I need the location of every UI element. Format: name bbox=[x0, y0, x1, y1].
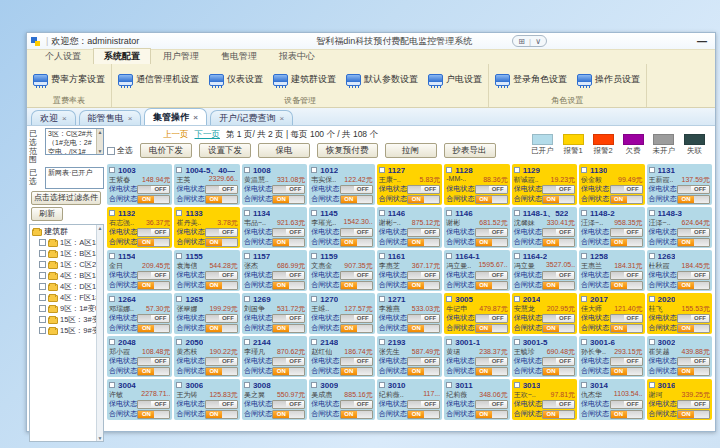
keep-power-toggle[interactable]: OFF bbox=[542, 357, 575, 366]
switch-state-toggle[interactable]: ON bbox=[542, 281, 575, 290]
minimize-button[interactable]: — bbox=[697, 36, 707, 47]
keep-power-toggle[interactable]: OFF bbox=[340, 400, 373, 409]
card-checkbox[interactable] bbox=[109, 167, 115, 173]
ribbon-button[interactable]: 户电设置 bbox=[428, 73, 482, 86]
card-checkbox[interactable] bbox=[379, 167, 385, 173]
meter-card[interactable]: 1148-1、522沈馨妹330.41元保电状态OFF合闸状态ON bbox=[512, 207, 577, 248]
meter-card[interactable]: 1146谢彬681.52元保电状态OFF合闸状态ON bbox=[444, 207, 509, 248]
meter-card[interactable]: 1008黄温慧..331.08元保电状态OFF合闸状态ON bbox=[242, 164, 307, 205]
card-checkbox[interactable] bbox=[109, 382, 115, 388]
chevron-down-icon[interactable]: ∨ bbox=[535, 37, 541, 46]
switch-state-toggle[interactable]: ON bbox=[205, 238, 238, 247]
keep-power-toggle[interactable]: OFF bbox=[542, 400, 575, 409]
close-icon[interactable]: × bbox=[193, 113, 198, 122]
meter-card[interactable]: 1270王维..127.57元保电状态OFF合闸状态ON bbox=[309, 293, 374, 334]
switch-state-toggle[interactable]: ON bbox=[340, 281, 373, 290]
meter-card[interactable]: 3005牛记申479.87元保电状态OFF合闸状态ON bbox=[444, 293, 509, 334]
meter-card[interactable]: 1146谢彬~..875.12元保电状态OFF合闸状态ON bbox=[377, 207, 442, 248]
keep-power-toggle[interactable]: OFF bbox=[137, 271, 170, 280]
switch-state-toggle[interactable]: ON bbox=[677, 410, 710, 419]
document-tab[interactable]: 开户/记费查询× bbox=[210, 110, 293, 125]
tree-item-checkbox[interactable] bbox=[39, 283, 46, 290]
meter-card[interactable]: 1128-MM-..88.36元保电状态OFF合闸状态ON bbox=[444, 164, 509, 205]
keep-power-toggle[interactable]: OFF bbox=[205, 357, 238, 366]
tree-item[interactable]: 15区：3#变电站（3#变 bbox=[32, 314, 103, 325]
card-checkbox[interactable] bbox=[514, 253, 520, 259]
action-button[interactable]: 恢复预付费 bbox=[317, 143, 378, 158]
action-button[interactable]: 电价下发 bbox=[140, 143, 192, 158]
meter-card[interactable]: 3006王为铸125.83元保电状态OFF合闸状态ON bbox=[174, 379, 239, 420]
tree-item-checkbox[interactable] bbox=[39, 261, 46, 268]
card-checkbox[interactable] bbox=[649, 382, 655, 388]
ribbon-button[interactable]: 建筑群设置 bbox=[273, 73, 336, 86]
meter-card[interactable]: 3001-6孙长争..293.15元保电状态OFF合闸状态ON bbox=[579, 336, 644, 377]
keep-power-toggle[interactable]: OFF bbox=[340, 357, 373, 366]
keep-power-toggle[interactable]: OFF bbox=[475, 314, 508, 323]
switch-state-toggle[interactable]: ON bbox=[137, 410, 170, 419]
meter-card[interactable]: 2193张先生587.49元保电状态OFF合闸状态ON bbox=[377, 336, 442, 377]
switch-state-toggle[interactable]: ON bbox=[407, 281, 440, 290]
card-checkbox[interactable] bbox=[446, 339, 452, 345]
switch-state-toggle[interactable]: ON bbox=[205, 281, 238, 290]
refresh-button[interactable]: 刷新 bbox=[31, 207, 63, 221]
switch-state-toggle[interactable]: ON bbox=[205, 410, 238, 419]
switch-state-toggle[interactable]: ON bbox=[677, 281, 710, 290]
switch-state-toggle[interactable]: ON bbox=[137, 367, 170, 376]
meter-card[interactable]: 3016谢珂339.25元保电状态OFF合闸状态ON bbox=[647, 379, 712, 420]
card-checkbox[interactable] bbox=[379, 382, 385, 388]
meter-card[interactable]: 1004-5、40—王英2329.66..保电状态OFF合闸状态ON bbox=[174, 164, 239, 205]
switch-state-toggle[interactable]: ON bbox=[205, 195, 238, 204]
keep-power-toggle[interactable]: OFF bbox=[610, 228, 643, 237]
switch-state-toggle[interactable]: ON bbox=[677, 238, 710, 247]
card-checkbox[interactable] bbox=[581, 382, 587, 388]
switch-state-toggle[interactable]: ON bbox=[610, 324, 643, 333]
document-tab[interactable]: 集管操作× bbox=[144, 108, 207, 125]
switch-state-toggle[interactable]: ON bbox=[677, 324, 710, 333]
keep-power-toggle[interactable]: OFF bbox=[542, 228, 575, 237]
keep-power-toggle[interactable]: OFF bbox=[677, 357, 710, 366]
card-checkbox[interactable] bbox=[649, 339, 655, 345]
card-checkbox[interactable] bbox=[244, 253, 250, 259]
ribbon-button[interactable]: 仪表设置 bbox=[209, 73, 263, 86]
tree-item-checkbox[interactable] bbox=[39, 305, 46, 312]
card-checkbox[interactable] bbox=[581, 253, 587, 259]
switch-state-toggle[interactable]: ON bbox=[407, 238, 440, 247]
action-button[interactable]: 保电 bbox=[258, 143, 310, 158]
keep-power-toggle[interactable]: OFF bbox=[677, 185, 710, 194]
card-checkbox[interactable] bbox=[244, 382, 250, 388]
card-checkbox[interactable] bbox=[244, 339, 250, 345]
card-checkbox[interactable] bbox=[581, 210, 587, 216]
switch-state-toggle[interactable]: ON bbox=[542, 195, 575, 204]
scroll-up-icon[interactable]: ▲ bbox=[98, 225, 103, 231]
switch-state-toggle[interactable]: ON bbox=[407, 367, 440, 376]
keep-power-toggle[interactable]: OFF bbox=[272, 400, 305, 409]
card-checkbox[interactable] bbox=[581, 296, 587, 302]
meter-card[interactable]: 1145李璀光..1542.30..保电状态OFF合闸状态ON bbox=[309, 207, 374, 248]
meter-card[interactable]: 1129靳诚霞..19.23元保电状态OFF合闸状态ON bbox=[512, 164, 577, 205]
card-checkbox[interactable] bbox=[379, 296, 385, 302]
meter-card[interactable]: 3001-1黄珺238.37元保电状态OFF合闸状态ON bbox=[444, 336, 509, 377]
switch-state-toggle[interactable]: ON bbox=[340, 195, 373, 204]
card-checkbox[interactable] bbox=[514, 339, 520, 345]
switch-state-toggle[interactable]: ON bbox=[137, 238, 170, 247]
card-checkbox[interactable] bbox=[649, 167, 655, 173]
keep-power-toggle[interactable]: OFF bbox=[205, 228, 238, 237]
meter-card[interactable]: 1133崔丹美..3.78元保电状态OFF合闸状态ON bbox=[174, 207, 239, 248]
switch-state-toggle[interactable]: ON bbox=[272, 410, 305, 419]
meter-card[interactable]: 1265张翠娜199.29元保电状态OFF合闸状态ON bbox=[174, 293, 239, 334]
card-checkbox[interactable] bbox=[311, 167, 317, 173]
keep-power-toggle[interactable]: OFF bbox=[610, 271, 643, 280]
switch-state-toggle[interactable]: ON bbox=[677, 367, 710, 376]
keep-power-toggle[interactable]: OFF bbox=[340, 314, 373, 323]
card-checkbox[interactable] bbox=[311, 210, 317, 216]
card-checkbox[interactable] bbox=[581, 167, 587, 173]
keep-power-toggle[interactable]: OFF bbox=[272, 314, 305, 323]
meter-card[interactable]: 1003王紫春148.94元保电状态OFF合闸状态ON bbox=[107, 164, 172, 205]
card-checkbox[interactable] bbox=[244, 210, 250, 216]
keep-power-toggle[interactable]: OFF bbox=[677, 314, 710, 323]
tree-item[interactable]: 4区：F区1#共 bbox=[32, 292, 103, 303]
switch-state-toggle[interactable]: ON bbox=[475, 195, 508, 204]
keep-power-toggle[interactable]: OFF bbox=[340, 271, 373, 280]
switch-state-toggle[interactable]: ON bbox=[610, 410, 643, 419]
meter-card[interactable]: 1271李雅燕533.03元保电状态OFF合闸状态ON bbox=[377, 293, 442, 334]
